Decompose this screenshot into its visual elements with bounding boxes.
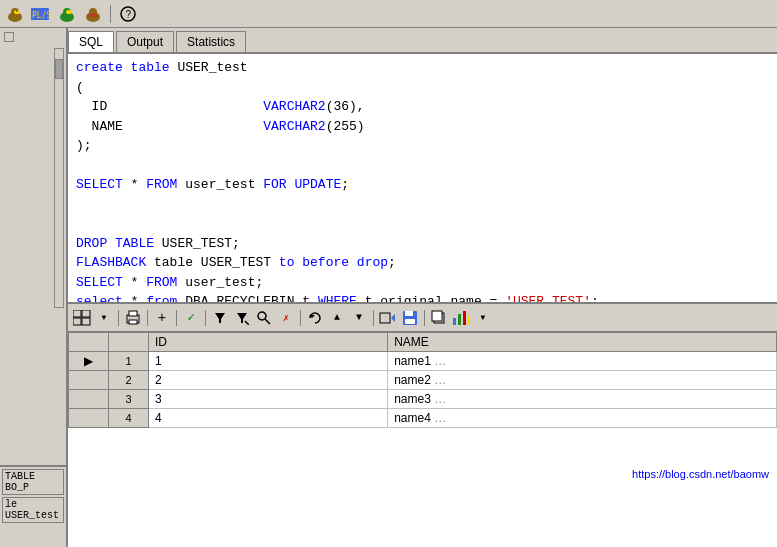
tree-item-user: le USER_test xyxy=(2,497,64,523)
svg-marker-28 xyxy=(391,314,395,322)
sql-line-10: DROP TABLE USER_TEST; xyxy=(76,234,769,254)
grid-toolbar: ▼ + ✓ xyxy=(68,304,777,332)
col-num-header xyxy=(109,333,149,352)
psql-icon[interactable]: PL/SQL xyxy=(30,3,52,25)
row-num-4: 4 xyxy=(109,409,149,428)
duck-icon[interactable] xyxy=(4,3,26,25)
svg-line-23 xyxy=(245,321,249,325)
row-num-2: 2 xyxy=(109,371,149,390)
col-name-header: NAME xyxy=(388,333,777,352)
save-icon[interactable] xyxy=(400,308,420,328)
right-panel: SQL Output Statistics create table USER_… xyxy=(68,28,777,547)
sql-line-5: ); xyxy=(76,136,769,156)
check-icon[interactable]: ✓ xyxy=(181,308,201,328)
sep4 xyxy=(205,310,206,326)
cell-id-1: 1 xyxy=(149,352,388,371)
main-container: TABLE BO_P le USER_test SQL Output Stati… xyxy=(0,28,777,547)
cell-name-2: name2 … xyxy=(388,371,777,390)
sql-line-11: FLASHBACK table USER_TEST to before drop… xyxy=(76,253,769,273)
duck3-icon[interactable] xyxy=(82,3,104,25)
arrow-up[interactable]: ▲ xyxy=(327,308,347,328)
svg-text:?: ? xyxy=(126,9,132,20)
table-row: 3 3 name3 … xyxy=(69,390,777,409)
filter-down1[interactable] xyxy=(210,308,230,328)
results-table: ID NAME ▶ 1 1 name1 … 2 xyxy=(68,332,777,428)
table-row: 4 4 name4 … xyxy=(69,409,777,428)
row-arrow-1: ▶ xyxy=(69,352,109,371)
col-id-header: ID xyxy=(149,333,388,352)
sql-line-13: select * from DBA_RECYCLEBIN t WHERE t.o… xyxy=(76,292,769,304)
search-icon[interactable] xyxy=(254,308,274,328)
svg-rect-35 xyxy=(458,314,461,325)
filter-down2[interactable] xyxy=(232,308,252,328)
sql-line-12: SELECT * FROM user_test; xyxy=(76,273,769,293)
sql-editor[interactable]: create table USER_test ( ID VARCHAR2(36)… xyxy=(68,54,777,304)
sql-line-2: ( xyxy=(76,78,769,98)
tab-sql[interactable]: SQL xyxy=(68,31,114,52)
arrow-down[interactable]: ▼ xyxy=(349,308,369,328)
main-toolbar: PL/SQL ? xyxy=(0,0,777,28)
duck2-icon[interactable] xyxy=(56,3,78,25)
svg-rect-36 xyxy=(463,311,466,325)
toolbar-separator xyxy=(110,5,111,23)
cell-id-4: 4 xyxy=(149,409,388,428)
svg-rect-33 xyxy=(432,311,442,321)
svg-rect-20 xyxy=(129,320,137,324)
svg-rect-34 xyxy=(453,318,456,325)
sep5 xyxy=(300,310,301,326)
sql-line-1: create table USER_test xyxy=(76,58,769,78)
dropdown-arrow[interactable]: ▼ xyxy=(94,308,114,328)
svg-rect-15 xyxy=(82,310,90,317)
print-icon[interactable] xyxy=(123,308,143,328)
data-grid: ID NAME ▶ 1 1 name1 … 2 xyxy=(68,332,777,484)
svg-rect-11 xyxy=(88,14,98,17)
chart-dropdown[interactable]: ▼ xyxy=(473,308,493,328)
chart-icon[interactable] xyxy=(451,308,471,328)
table-row: 2 2 name2 … xyxy=(69,371,777,390)
cell-id-2: 2 xyxy=(149,371,388,390)
tree-panel xyxy=(0,28,66,467)
grid-icon[interactable] xyxy=(72,308,92,328)
watermark: https://blog.csdn.net/baomw xyxy=(632,468,769,480)
import-icon[interactable] xyxy=(378,308,398,328)
col-arrow-header xyxy=(69,333,109,352)
help-icon[interactable]: ? xyxy=(117,3,139,25)
svg-rect-31 xyxy=(405,319,415,324)
bottom-section: ▼ + ✓ xyxy=(68,304,777,484)
cell-id-3: 3 xyxy=(149,390,388,409)
sql-line-9 xyxy=(76,214,769,234)
svg-point-24 xyxy=(258,312,266,320)
sep7 xyxy=(424,310,425,326)
sql-line-4: NAME VARCHAR2(255) xyxy=(76,117,769,137)
svg-point-3 xyxy=(16,10,18,12)
copy-icon[interactable] xyxy=(429,308,449,328)
cell-name-1: name1 … xyxy=(388,352,777,371)
row-arrow-3 xyxy=(69,390,109,409)
left-panel: TABLE BO_P le USER_test xyxy=(0,28,68,547)
refresh-icon[interactable] xyxy=(305,308,325,328)
svg-text:PL/SQL: PL/SQL xyxy=(32,11,51,20)
svg-rect-16 xyxy=(73,318,81,325)
cell-name-3: name3 … xyxy=(388,390,777,409)
sep6 xyxy=(373,310,374,326)
tree-bottom: TABLE BO_P le USER_test xyxy=(0,467,66,547)
row-arrow-2 xyxy=(69,371,109,390)
svg-rect-27 xyxy=(380,313,390,323)
svg-rect-37 xyxy=(468,316,470,325)
row-num-1: 1 xyxy=(109,352,149,371)
svg-rect-17 xyxy=(82,318,90,325)
svg-marker-21 xyxy=(215,313,225,323)
table-row: ▶ 1 1 name1 … xyxy=(69,352,777,371)
tab-statistics[interactable]: Statistics xyxy=(176,31,246,52)
cell-name-4: name4 … xyxy=(388,409,777,428)
row-num-3: 3 xyxy=(109,390,149,409)
tab-output[interactable]: Output xyxy=(116,31,174,52)
collapse-icon[interactable] xyxy=(4,32,14,42)
svg-rect-30 xyxy=(405,311,413,316)
sep3 xyxy=(176,310,177,326)
sql-line-6 xyxy=(76,156,769,176)
sep2 xyxy=(147,310,148,326)
eraser-icon[interactable]: ✗ xyxy=(276,308,296,328)
svg-point-8 xyxy=(66,10,72,14)
add-icon[interactable]: + xyxy=(152,308,172,328)
